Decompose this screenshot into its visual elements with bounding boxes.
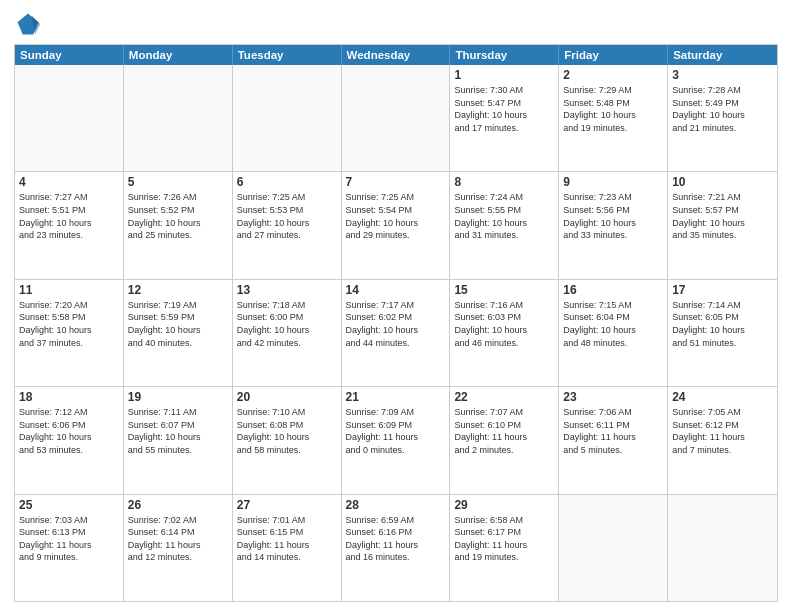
day-number: 25 <box>19 498 119 512</box>
empty-cell <box>233 65 342 171</box>
day-info: Sunrise: 7:27 AMSunset: 5:51 PMDaylight:… <box>19 191 119 241</box>
day-info: Sunrise: 7:03 AMSunset: 6:13 PMDaylight:… <box>19 514 119 564</box>
day-cell-20: 20Sunrise: 7:10 AMSunset: 6:08 PMDayligh… <box>233 387 342 493</box>
day-number: 3 <box>672 68 773 82</box>
day-cell-1: 1Sunrise: 7:30 AMSunset: 5:47 PMDaylight… <box>450 65 559 171</box>
day-number: 2 <box>563 68 663 82</box>
day-cell-23: 23Sunrise: 7:06 AMSunset: 6:11 PMDayligh… <box>559 387 668 493</box>
calendar: SundayMondayTuesdayWednesdayThursdayFrid… <box>14 44 778 602</box>
day-cell-9: 9Sunrise: 7:23 AMSunset: 5:56 PMDaylight… <box>559 172 668 278</box>
day-info: Sunrise: 7:07 AMSunset: 6:10 PMDaylight:… <box>454 406 554 456</box>
day-info: Sunrise: 7:20 AMSunset: 5:58 PMDaylight:… <box>19 299 119 349</box>
day-number: 16 <box>563 283 663 297</box>
day-info: Sunrise: 7:10 AMSunset: 6:08 PMDaylight:… <box>237 406 337 456</box>
day-header-saturday: Saturday <box>668 45 777 65</box>
day-number: 9 <box>563 175 663 189</box>
day-number: 17 <box>672 283 773 297</box>
day-info: Sunrise: 7:24 AMSunset: 5:55 PMDaylight:… <box>454 191 554 241</box>
day-info: Sunrise: 6:58 AMSunset: 6:17 PMDaylight:… <box>454 514 554 564</box>
day-info: Sunrise: 7:19 AMSunset: 5:59 PMDaylight:… <box>128 299 228 349</box>
day-info: Sunrise: 7:02 AMSunset: 6:14 PMDaylight:… <box>128 514 228 564</box>
logo <box>14 10 46 38</box>
day-info: Sunrise: 7:30 AMSunset: 5:47 PMDaylight:… <box>454 84 554 134</box>
day-number: 19 <box>128 390 228 404</box>
day-info: Sunrise: 7:29 AMSunset: 5:48 PMDaylight:… <box>563 84 663 134</box>
week-row-3: 18Sunrise: 7:12 AMSunset: 6:06 PMDayligh… <box>15 387 777 494</box>
day-info: Sunrise: 7:23 AMSunset: 5:56 PMDaylight:… <box>563 191 663 241</box>
day-number: 26 <box>128 498 228 512</box>
day-cell-19: 19Sunrise: 7:11 AMSunset: 6:07 PMDayligh… <box>124 387 233 493</box>
day-number: 1 <box>454 68 554 82</box>
day-number: 7 <box>346 175 446 189</box>
day-cell-25: 25Sunrise: 7:03 AMSunset: 6:13 PMDayligh… <box>15 495 124 601</box>
logo-icon <box>14 10 42 38</box>
day-cell-14: 14Sunrise: 7:17 AMSunset: 6:02 PMDayligh… <box>342 280 451 386</box>
empty-cell <box>342 65 451 171</box>
week-row-4: 25Sunrise: 7:03 AMSunset: 6:13 PMDayligh… <box>15 495 777 601</box>
day-number: 21 <box>346 390 446 404</box>
day-info: Sunrise: 6:59 AMSunset: 6:16 PMDaylight:… <box>346 514 446 564</box>
day-number: 23 <box>563 390 663 404</box>
day-info: Sunrise: 7:16 AMSunset: 6:03 PMDaylight:… <box>454 299 554 349</box>
day-cell-18: 18Sunrise: 7:12 AMSunset: 6:06 PMDayligh… <box>15 387 124 493</box>
day-cell-26: 26Sunrise: 7:02 AMSunset: 6:14 PMDayligh… <box>124 495 233 601</box>
day-cell-2: 2Sunrise: 7:29 AMSunset: 5:48 PMDaylight… <box>559 65 668 171</box>
empty-cell <box>668 495 777 601</box>
day-number: 14 <box>346 283 446 297</box>
day-cell-21: 21Sunrise: 7:09 AMSunset: 6:09 PMDayligh… <box>342 387 451 493</box>
day-info: Sunrise: 7:21 AMSunset: 5:57 PMDaylight:… <box>672 191 773 241</box>
day-number: 8 <box>454 175 554 189</box>
empty-cell <box>15 65 124 171</box>
day-number: 13 <box>237 283 337 297</box>
day-cell-22: 22Sunrise: 7:07 AMSunset: 6:10 PMDayligh… <box>450 387 559 493</box>
week-row-1: 4Sunrise: 7:27 AMSunset: 5:51 PMDaylight… <box>15 172 777 279</box>
day-header-wednesday: Wednesday <box>342 45 451 65</box>
day-cell-27: 27Sunrise: 7:01 AMSunset: 6:15 PMDayligh… <box>233 495 342 601</box>
empty-cell <box>559 495 668 601</box>
day-header-friday: Friday <box>559 45 668 65</box>
day-cell-10: 10Sunrise: 7:21 AMSunset: 5:57 PMDayligh… <box>668 172 777 278</box>
day-cell-3: 3Sunrise: 7:28 AMSunset: 5:49 PMDaylight… <box>668 65 777 171</box>
day-number: 27 <box>237 498 337 512</box>
week-row-0: 1Sunrise: 7:30 AMSunset: 5:47 PMDaylight… <box>15 65 777 172</box>
day-info: Sunrise: 7:01 AMSunset: 6:15 PMDaylight:… <box>237 514 337 564</box>
day-cell-4: 4Sunrise: 7:27 AMSunset: 5:51 PMDaylight… <box>15 172 124 278</box>
calendar-header: SundayMondayTuesdayWednesdayThursdayFrid… <box>15 45 777 65</box>
day-number: 12 <box>128 283 228 297</box>
empty-cell <box>124 65 233 171</box>
day-header-sunday: Sunday <box>15 45 124 65</box>
day-cell-16: 16Sunrise: 7:15 AMSunset: 6:04 PMDayligh… <box>559 280 668 386</box>
day-info: Sunrise: 7:06 AMSunset: 6:11 PMDaylight:… <box>563 406 663 456</box>
day-cell-24: 24Sunrise: 7:05 AMSunset: 6:12 PMDayligh… <box>668 387 777 493</box>
day-number: 6 <box>237 175 337 189</box>
day-cell-28: 28Sunrise: 6:59 AMSunset: 6:16 PMDayligh… <box>342 495 451 601</box>
day-info: Sunrise: 7:09 AMSunset: 6:09 PMDaylight:… <box>346 406 446 456</box>
day-number: 22 <box>454 390 554 404</box>
day-number: 5 <box>128 175 228 189</box>
day-number: 29 <box>454 498 554 512</box>
day-info: Sunrise: 7:25 AMSunset: 5:54 PMDaylight:… <box>346 191 446 241</box>
day-header-thursday: Thursday <box>450 45 559 65</box>
day-cell-12: 12Sunrise: 7:19 AMSunset: 5:59 PMDayligh… <box>124 280 233 386</box>
header <box>14 10 778 38</box>
day-info: Sunrise: 7:05 AMSunset: 6:12 PMDaylight:… <box>672 406 773 456</box>
day-cell-5: 5Sunrise: 7:26 AMSunset: 5:52 PMDaylight… <box>124 172 233 278</box>
day-number: 20 <box>237 390 337 404</box>
page: SundayMondayTuesdayWednesdayThursdayFrid… <box>0 0 792 612</box>
day-info: Sunrise: 7:28 AMSunset: 5:49 PMDaylight:… <box>672 84 773 134</box>
day-info: Sunrise: 7:18 AMSunset: 6:00 PMDaylight:… <box>237 299 337 349</box>
day-cell-29: 29Sunrise: 6:58 AMSunset: 6:17 PMDayligh… <box>450 495 559 601</box>
day-cell-6: 6Sunrise: 7:25 AMSunset: 5:53 PMDaylight… <box>233 172 342 278</box>
day-info: Sunrise: 7:11 AMSunset: 6:07 PMDaylight:… <box>128 406 228 456</box>
day-number: 18 <box>19 390 119 404</box>
week-row-2: 11Sunrise: 7:20 AMSunset: 5:58 PMDayligh… <box>15 280 777 387</box>
day-header-tuesday: Tuesday <box>233 45 342 65</box>
day-header-monday: Monday <box>124 45 233 65</box>
day-number: 24 <box>672 390 773 404</box>
day-cell-17: 17Sunrise: 7:14 AMSunset: 6:05 PMDayligh… <box>668 280 777 386</box>
day-number: 28 <box>346 498 446 512</box>
day-info: Sunrise: 7:14 AMSunset: 6:05 PMDaylight:… <box>672 299 773 349</box>
day-cell-13: 13Sunrise: 7:18 AMSunset: 6:00 PMDayligh… <box>233 280 342 386</box>
day-number: 11 <box>19 283 119 297</box>
day-info: Sunrise: 7:12 AMSunset: 6:06 PMDaylight:… <box>19 406 119 456</box>
